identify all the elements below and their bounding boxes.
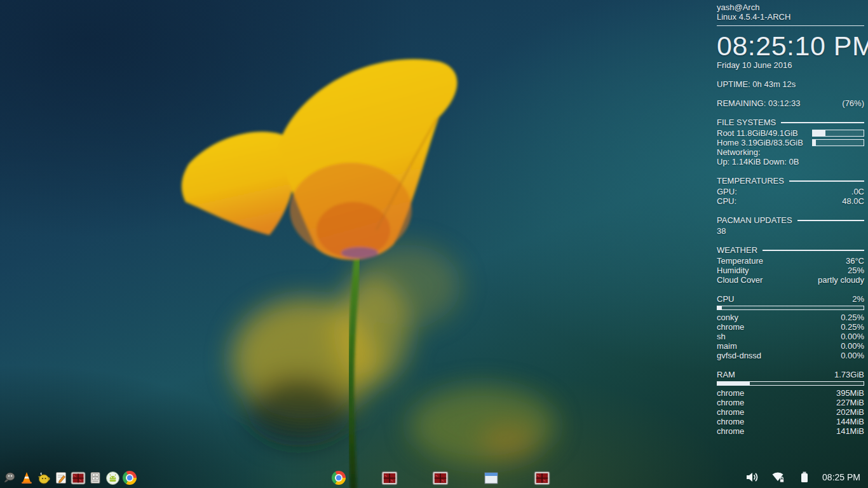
clock-time: 08:25:10 PM [717, 32, 864, 60]
battery-value: 03:12:33 [768, 98, 801, 108]
battery-icon[interactable] [796, 469, 813, 485]
process-name: chrome [717, 388, 744, 398]
weather-humidity-value: 25% [848, 266, 864, 275]
cpu-title: CPU [717, 294, 734, 304]
cpu-temp-label: CPU: [717, 196, 736, 206]
process-name: chrome [717, 417, 744, 426]
cpu-temp-row: CPU: 48.0C [717, 196, 864, 206]
clock-date: Friday 10 June 2016 [717, 60, 864, 70]
battery-label: REMAINING: [717, 98, 766, 108]
weather-humidity-label: Humidity [717, 266, 749, 275]
cpu-temp-value: 48.0C [842, 196, 864, 206]
process-name: maim [717, 341, 737, 351]
gpu-temp-row: GPU: .0C [717, 187, 864, 196]
cpu-usage-bar [717, 306, 864, 310]
filesystems-header: FILE SYSTEMS [717, 118, 864, 127]
header-rule [797, 220, 864, 221]
header-rule [763, 250, 864, 251]
taskbar: 08:25 PM [0, 466, 868, 488]
process-name: conky [717, 313, 738, 322]
volume-icon[interactable] [744, 469, 761, 485]
uptime-label: UPTIME: [717, 79, 750, 89]
weather-cloud-value: partly cloudy [818, 275, 864, 285]
system-tray: 08:25 PM [744, 468, 860, 486]
cpu-process-row: gvfsd-dnssd 0.00% [717, 351, 864, 360]
gimp-icon[interactable] [1, 470, 18, 486]
root-usage: 11.8GiB/49.1GiB [736, 128, 798, 138]
process-value: 202MiB [836, 407, 864, 417]
filesystems-title: FILE SYSTEMS [717, 118, 776, 127]
ram-process-row: chrome 144MiB [717, 417, 864, 426]
weather-header: WEATHER [717, 245, 864, 255]
weather-temp-label: Temperature [717, 256, 763, 266]
vlc-icon[interactable] [18, 470, 35, 486]
terminator-window-button[interactable] [432, 470, 449, 486]
ram-header-row: RAM 1.73GiB [717, 370, 864, 379]
cpu-total: 2% [852, 294, 864, 304]
home-usage-bar [812, 139, 864, 146]
ram-process-row: chrome 395MiB [717, 388, 864, 398]
header-rule [781, 122, 864, 123]
process-name: gvfsd-dnssd [717, 351, 761, 360]
conky-system-monitor: yash@Arch Linux 4.5.4-1-ARCH 08:25:10 PM… [717, 3, 864, 436]
pacman-header: PACMAN UPDATES [717, 215, 864, 225]
gpu-value: .0C [851, 187, 864, 196]
wifi-secured-icon[interactable] [770, 469, 787, 485]
divider [717, 25, 864, 26]
process-name: chrome [717, 322, 744, 332]
process-value: 0.00% [841, 341, 864, 351]
text-editor-icon[interactable] [53, 470, 69, 486]
root-usage-bar [812, 130, 864, 137]
process-value: 395MiB [836, 388, 864, 398]
battery-percent: (76%) [842, 98, 864, 108]
cpu-process-row: chrome 0.25% [717, 322, 864, 332]
weather-temp-value: 36°C [846, 256, 864, 266]
gpu-label: GPU: [717, 187, 737, 196]
terminator-window-button[interactable] [534, 470, 550, 486]
quick-launch-area [1, 470, 138, 486]
tray-clock[interactable]: 08:25 PM [822, 472, 860, 482]
weather-humidity-row: Humidity 25% [717, 266, 864, 275]
generic-window-button[interactable] [483, 470, 499, 486]
process-value: 0.25% [841, 313, 864, 322]
weather-cloud-label: Cloud Cover [717, 275, 763, 285]
ram-process-row: chrome 141MiB [717, 426, 864, 436]
process-value: 141MiB [836, 426, 864, 436]
process-value: 0.00% [841, 351, 864, 360]
temperatures-header: TEMPERATURES [717, 176, 864, 186]
chrome-window-button[interactable] [330, 470, 347, 486]
teatime-icon[interactable] [36, 470, 52, 486]
cpu-process-row: maim 0.00% [717, 341, 864, 351]
root-fs-row: Root 11.8GiB/49.1GiB [717, 128, 864, 138]
pacman-title: PACMAN UPDATES [717, 215, 792, 225]
process-value: 0.00% [841, 332, 864, 341]
archive-manager-icon[interactable] [87, 470, 104, 486]
process-value: 0.25% [841, 322, 864, 332]
ram-process-row: chrome 227MiB [717, 398, 864, 407]
ram-title: RAM [717, 370, 735, 379]
root-label: Root [717, 128, 734, 138]
weather-cloud-row: Cloud Cover partly cloudy [717, 275, 864, 285]
header-rule [789, 180, 864, 182]
uptime-row: UPTIME: 0h 43m 12s [717, 79, 864, 89]
cpu-process-row: sh 0.00% [717, 332, 864, 341]
uptime-value: 0h 43m 12s [752, 79, 796, 89]
process-value: 227MiB [836, 398, 864, 407]
network-stats: Up: 1.14KiB Down: 0B [717, 157, 864, 166]
process-name: chrome [717, 407, 744, 417]
chrome-icon[interactable] [121, 470, 138, 486]
terminator-window-button[interactable] [381, 470, 398, 486]
home-usage: 3.19GiB/83.5GiB [741, 138, 803, 147]
cpu-header-row: CPU 2% [717, 294, 864, 304]
battery-row: REMAINING: 03:12:33 (76%) [717, 98, 864, 108]
android-studio-icon[interactable] [104, 470, 121, 486]
networking-label: Networking: [717, 147, 864, 157]
process-name: chrome [717, 426, 744, 436]
open-windows-area [330, 470, 550, 486]
cpu-process-row: conky 0.25% [717, 313, 864, 322]
ram-process-row: chrome 202MiB [717, 407, 864, 417]
process-value: 144MiB [836, 417, 864, 426]
home-fs-row: Home 3.19GiB/83.5GiB [717, 138, 864, 147]
terminator-icon[interactable] [70, 470, 86, 486]
weather-title: WEATHER [717, 245, 757, 255]
